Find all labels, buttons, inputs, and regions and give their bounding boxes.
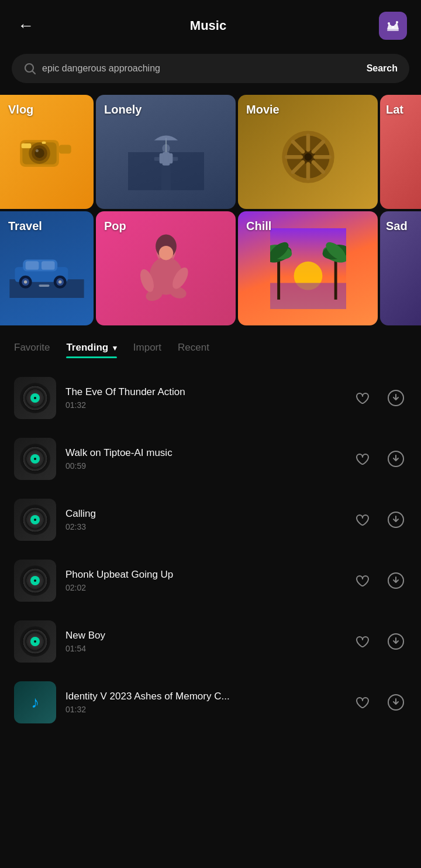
music-note-icon: ♪ bbox=[31, 693, 39, 712]
download-button[interactable] bbox=[385, 691, 407, 713]
track-info: New Boy 01:54 bbox=[65, 630, 341, 653]
premium-button[interactable] bbox=[379, 12, 407, 40]
tab-favorite[interactable]: Favorite bbox=[14, 342, 50, 358]
favorite-button[interactable] bbox=[351, 387, 373, 409]
category-card-lat[interactable]: Lat bbox=[380, 95, 421, 209]
track-name: Walk on Tiptoe-AI music bbox=[65, 447, 341, 459]
vinyl-record-icon bbox=[20, 505, 50, 535]
track-name: Calling bbox=[65, 508, 341, 520]
svg-rect-21 bbox=[168, 153, 172, 163]
favorite-button[interactable] bbox=[351, 569, 373, 592]
movie-illustration bbox=[270, 117, 346, 187]
vlog-camera-illustration bbox=[12, 123, 82, 181]
svg-rect-20 bbox=[159, 153, 163, 163]
tab-recent[interactable]: Recent bbox=[178, 342, 209, 358]
vinyl-record-icon bbox=[20, 626, 50, 657]
favorite-button[interactable] bbox=[351, 630, 373, 653]
track-duration: 02:02 bbox=[65, 583, 341, 592]
svg-point-0 bbox=[388, 22, 390, 25]
track-thumbnail bbox=[14, 438, 56, 480]
favorite-button[interactable] bbox=[351, 448, 373, 470]
heart-icon bbox=[354, 572, 370, 589]
svg-rect-62 bbox=[334, 256, 337, 299]
category-card-travel[interactable]: Travel bbox=[0, 211, 94, 325]
svg-point-40 bbox=[24, 280, 27, 283]
download-button[interactable] bbox=[385, 448, 407, 470]
track-item[interactable]: New Boy 01:54 bbox=[0, 611, 421, 672]
svg-rect-58 bbox=[277, 256, 280, 299]
track-actions bbox=[351, 387, 407, 409]
category-card-movie[interactable]: Movie bbox=[238, 95, 378, 209]
heart-icon bbox=[354, 633, 370, 650]
category-label-lonely: Lonely bbox=[104, 103, 142, 116]
track-info: Phonk Upbeat Going Up 02:02 bbox=[65, 569, 341, 592]
category-label-sad: Sad bbox=[386, 219, 408, 233]
search-button[interactable]: Search bbox=[367, 63, 398, 74]
track-thumbnail bbox=[14, 560, 56, 602]
track-duration: 00:59 bbox=[65, 461, 341, 471]
category-row-1: Vlog Lonely bbox=[12, 95, 409, 209]
svg-point-1 bbox=[396, 21, 398, 23]
search-container: epic dangerous approaching Search bbox=[0, 49, 421, 95]
track-item[interactable]: Calling 02:33 bbox=[0, 489, 421, 550]
track-item[interactable]: ♪ Identity V 2023 Ashes of Memory C... 0… bbox=[0, 672, 421, 733]
track-duration: 01:54 bbox=[65, 644, 341, 653]
chill-illustration bbox=[270, 228, 346, 310]
track-info: Calling 02:33 bbox=[65, 508, 341, 531]
track-info: Identity V 2023 Ashes of Memory C... 01:… bbox=[65, 691, 341, 714]
track-thumbnail bbox=[14, 620, 56, 663]
tab-import[interactable]: Import bbox=[133, 342, 161, 358]
category-card-sad[interactable]: Sad bbox=[380, 211, 421, 325]
heart-icon bbox=[354, 451, 370, 467]
svg-line-5 bbox=[33, 71, 36, 74]
tabs-bar: Favorite Trending ▾ Import Recent bbox=[0, 325, 421, 358]
search-bar[interactable]: epic dangerous approaching Search bbox=[12, 54, 409, 83]
svg-point-54 bbox=[158, 246, 172, 260]
track-item[interactable]: Phonk Upbeat Going Up 02:02 bbox=[0, 550, 421, 611]
track-info: The Eve Of Thunder Action 01:32 bbox=[65, 386, 341, 410]
track-duration: 02:33 bbox=[65, 522, 341, 531]
search-input[interactable]: epic dangerous approaching bbox=[42, 63, 361, 74]
tab-trending[interactable]: Trending ▾ bbox=[66, 342, 116, 358]
download-icon bbox=[387, 693, 405, 712]
track-actions bbox=[351, 630, 407, 653]
track-thumbnail: ♪ bbox=[14, 681, 56, 723]
track-duration: 01:32 bbox=[65, 705, 341, 714]
track-name: Phonk Upbeat Going Up bbox=[65, 569, 341, 581]
download-icon bbox=[387, 510, 405, 529]
category-card-chill[interactable]: Chill bbox=[238, 211, 378, 325]
crown-icon bbox=[385, 18, 401, 34]
svg-rect-3 bbox=[387, 29, 399, 31]
track-item[interactable]: The Eve Of Thunder Action 01:32 bbox=[0, 368, 421, 428]
category-label-movie: Movie bbox=[246, 103, 279, 116]
travel-illustration bbox=[9, 239, 85, 298]
download-button[interactable] bbox=[385, 569, 407, 592]
download-button[interactable] bbox=[385, 509, 407, 531]
download-button[interactable] bbox=[385, 630, 407, 653]
category-row-2: Travel bbox=[12, 211, 409, 325]
svg-rect-19 bbox=[162, 152, 170, 166]
category-label-pop: Pop bbox=[104, 219, 126, 233]
category-card-lonely[interactable]: Lonely bbox=[96, 95, 236, 209]
download-icon bbox=[387, 450, 405, 468]
favorite-button[interactable] bbox=[351, 509, 373, 531]
download-button[interactable] bbox=[385, 387, 407, 409]
track-actions bbox=[351, 448, 407, 470]
track-item[interactable]: Walk on Tiptoe-AI music 00:59 bbox=[0, 428, 421, 489]
download-icon bbox=[387, 632, 405, 651]
back-button[interactable]: ← bbox=[14, 14, 37, 37]
svg-point-26 bbox=[304, 153, 312, 160]
category-card-vlog[interactable]: Vlog bbox=[0, 95, 94, 209]
track-info: Walk on Tiptoe-AI music 00:59 bbox=[65, 447, 341, 471]
vinyl-record-icon bbox=[20, 444, 50, 474]
track-name: The Eve Of Thunder Action bbox=[65, 386, 341, 398]
heart-icon bbox=[354, 694, 370, 711]
header: ← Music bbox=[0, 0, 421, 49]
track-actions bbox=[351, 691, 407, 713]
svg-rect-13 bbox=[22, 143, 32, 148]
category-label-vlog: Vlog bbox=[8, 103, 33, 116]
favorite-button[interactable] bbox=[351, 691, 373, 713]
track-actions bbox=[351, 569, 407, 592]
category-card-pop[interactable]: Pop bbox=[96, 211, 236, 325]
vinyl-record-icon bbox=[20, 383, 50, 413]
